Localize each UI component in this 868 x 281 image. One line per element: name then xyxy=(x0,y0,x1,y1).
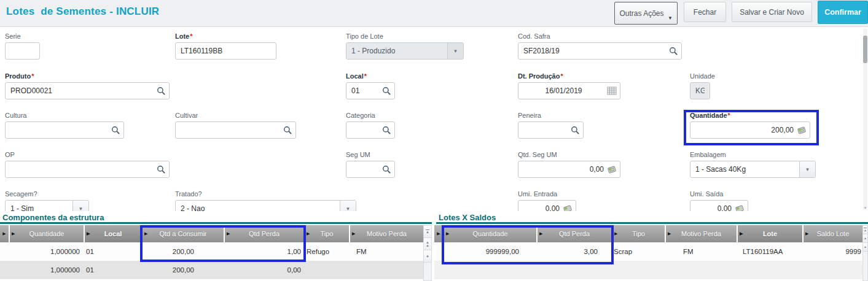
scrollbar-thumb[interactable] xyxy=(863,36,867,63)
confirmar-label: Confirmar xyxy=(824,8,861,17)
cell-local[interactable]: 01 xyxy=(85,243,141,260)
calculator-icon[interactable] xyxy=(797,125,807,135)
scroll-page-up-button[interactable]: ▲ xyxy=(863,234,867,243)
search-icon[interactable] xyxy=(381,86,391,96)
search-icon[interactable] xyxy=(111,125,120,135)
col-header-tipo[interactable]: ▶Tipo xyxy=(612,225,665,242)
lotes-saldos-row-2[interactable] xyxy=(434,261,862,279)
scroll-up-button[interactable]: ▲ xyxy=(424,250,431,263)
cell-qtd-a-consumir[interactable]: 200,00 xyxy=(143,243,224,260)
cell-quantidade[interactable]: 999999,00 xyxy=(444,243,536,260)
calculator-icon[interactable] xyxy=(607,164,617,174)
quantidade-input[interactable] xyxy=(690,122,810,138)
cell-tipo[interactable] xyxy=(305,261,349,279)
search-icon[interactable] xyxy=(156,164,166,174)
search-icon[interactable] xyxy=(668,46,678,56)
produto-field-group: Produto* xyxy=(5,72,170,99)
scroll-first-button[interactable]: ▲ xyxy=(424,226,431,238)
cell-quantidade[interactable]: 1,000000 xyxy=(10,261,84,279)
col-header-local[interactable]: ▶Local xyxy=(85,225,141,242)
cell-qtd-a-consumir[interactable]: 200,00 xyxy=(143,261,224,279)
cell-local[interactable]: 01 xyxy=(85,261,141,279)
cell-saldo-lote[interactable]: 9999 xyxy=(803,243,862,260)
form-scrollbar[interactable] xyxy=(863,28,867,210)
quantidade-label: Quantidade* xyxy=(690,112,810,120)
cell-motivo-perda[interactable]: FM xyxy=(350,243,423,260)
dt-producao-input[interactable] xyxy=(518,83,620,99)
qtd-seg-um-input[interactable] xyxy=(518,161,620,177)
cell-quantidade[interactable]: 1,000000 xyxy=(10,243,84,260)
embalagem-field-group: Embalagem 1 - Sacas 40Kg ▼ xyxy=(690,151,816,178)
embalagem-select[interactable]: 1 - Sacas 40Kg ▼ xyxy=(690,161,816,178)
cell-qtd-perda[interactable]: 0,00 xyxy=(225,261,303,279)
col-header-quantidade[interactable]: ▶Quantidade xyxy=(444,225,536,242)
cultura-input[interactable] xyxy=(6,122,123,138)
scroll-down-icon[interactable]: ▼ xyxy=(862,206,868,210)
serie-input[interactable] xyxy=(6,43,39,59)
lotes-saldos-row-1[interactable]: 999999,00 3,00 Scrap FM LT160119AA 9999 xyxy=(434,243,862,260)
cell-motivo-perda[interactable]: FM xyxy=(666,243,737,260)
col-header-qtd-perda[interactable]: ▶Qtd Perda xyxy=(225,225,303,242)
componentes-row-1[interactable]: 1,000000 01 200,00 1,00 Refugo FM xyxy=(0,243,423,260)
cod-safra-input[interactable] xyxy=(518,43,681,59)
search-icon[interactable] xyxy=(381,125,391,135)
lotes-saldos-header-row: ▶ ▶Quantidade ▶Qtd Perda ▶Tipo ▶Motivo P… xyxy=(434,225,862,242)
cell-motivo-perda[interactable] xyxy=(350,261,423,279)
search-icon[interactable] xyxy=(381,164,391,174)
col-header-saldo-lote[interactable]: ▶Saldo Lote xyxy=(803,225,862,242)
fechar-button[interactable]: Fechar xyxy=(684,2,726,22)
cell-lote[interactable]: LT160119AA xyxy=(738,243,802,260)
tipo-de-lote-select[interactable]: 1 - Produzido ▼ xyxy=(346,42,464,60)
play-arrow-icon: ▶ xyxy=(614,231,617,236)
play-arrow-icon: ▶ xyxy=(740,231,743,236)
outras-acoes-label: Outras Ações xyxy=(619,9,663,18)
lote-input[interactable] xyxy=(176,43,276,59)
play-arrow-icon: ▶ xyxy=(12,231,15,236)
search-icon[interactable] xyxy=(283,125,292,135)
lotes-sementes-window: Lotes de Sementes - INCLUIR Outras Ações… xyxy=(0,0,868,281)
play-arrow-icon: ▶ xyxy=(437,231,440,236)
play-arrow-icon: ▶ xyxy=(2,231,6,236)
produto-input[interactable] xyxy=(6,83,169,99)
calendar-icon[interactable] xyxy=(607,86,617,96)
cultivar-input[interactable] xyxy=(176,122,295,138)
componentes-grid-scrollbar[interactable]: ▲ ▲▲ ▲ xyxy=(423,225,432,281)
lotes-saldos-grid-scrollbar[interactable]: ▲ ▲ ▲ xyxy=(862,225,868,281)
chevron-down-icon[interactable]: ▼ xyxy=(799,161,815,177)
cell-tipo[interactable]: Refugo xyxy=(305,243,349,260)
col-header-motivo-perda[interactable]: ▶Motivo Perda xyxy=(666,225,737,242)
categoria-label: Categoria xyxy=(346,112,395,120)
confirmar-button[interactable]: Confirmar xyxy=(818,1,868,24)
cultivar-label: Cultivar xyxy=(175,112,296,120)
search-icon[interactable] xyxy=(570,125,580,135)
play-arrow-icon: ▶ xyxy=(668,231,671,236)
play-arrow-icon: ▶ xyxy=(227,231,230,236)
scroll-page-up-button[interactable]: ▲▲ xyxy=(424,238,431,250)
secagem-label: Secagem? xyxy=(5,190,89,198)
tratado-label: Tratado? xyxy=(175,190,356,198)
col-header-qtd-a-consumir[interactable]: ▶Qtd a Consumir xyxy=(143,225,224,242)
cell-qtd-perda[interactable]: 1,00 xyxy=(225,243,303,260)
scroll-first-button[interactable]: ▲ xyxy=(863,226,867,234)
categoria-field-group: Categoria xyxy=(346,112,395,139)
salvar-criar-novo-button[interactable]: Salvar e Criar Novo xyxy=(732,2,812,22)
scroll-up-button[interactable]: ▲ xyxy=(863,243,867,252)
cultura-field-group: Cultura xyxy=(5,112,124,139)
cell-qtd-perda[interactable]: 3,00 xyxy=(538,243,611,260)
play-arrow-icon: ▶ xyxy=(446,231,449,236)
col-header-tipo[interactable]: ▶Tipo xyxy=(305,225,349,242)
op-input[interactable] xyxy=(6,161,169,177)
dt-producao-label: Dt. Produção* xyxy=(518,72,620,80)
componentes-row-2[interactable]: 1,000000 01 200,00 0,00 xyxy=(0,261,423,279)
col-header-lote[interactable]: ▶Lote xyxy=(738,225,802,242)
chevron-down-icon[interactable]: ▼ xyxy=(447,43,463,59)
col-header-motivo-perda[interactable]: ▶Motivo Perda xyxy=(350,225,423,242)
search-icon[interactable] xyxy=(156,86,166,96)
dt-producao-field-group: Dt. Produção* xyxy=(518,72,620,99)
lotes-saldos-title-rule xyxy=(436,222,868,224)
cod-safra-field-group: Cod. Safra xyxy=(518,33,682,60)
col-header-quantidade[interactable]: ▶Quantidade xyxy=(10,225,84,242)
col-header-qtd-perda[interactable]: ▶Qtd Perda xyxy=(538,225,611,242)
cell-tipo[interactable]: Scrap xyxy=(612,243,665,260)
outras-acoes-button[interactable]: Outras Ações ▼ xyxy=(614,2,678,25)
